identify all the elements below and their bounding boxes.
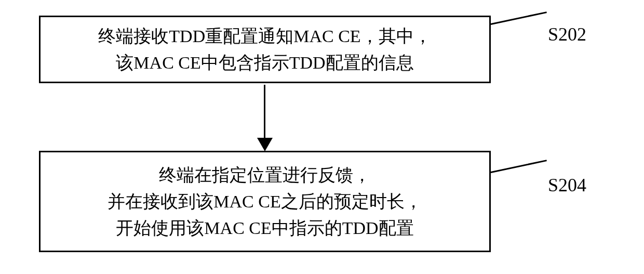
step-label-s202: S202: [548, 23, 586, 45]
step-label-s204: S204: [548, 174, 586, 196]
leader-line: [491, 160, 547, 173]
flowchart-container: 终端接收TDD重配置通知MAC CE，其中，该MAC CE中包含指示TDD配置的…: [0, 0, 644, 274]
arrow-shaft: [264, 85, 265, 142]
step-text: 终端在指定位置进行反馈，并在接收到该MAC CE之后的预定时长，开始使用该MAC…: [108, 162, 422, 241]
step-text: 终端接收TDD重配置通知MAC CE，其中，该MAC CE中包含指示TDD配置的…: [98, 23, 431, 76]
step-box-s204: 终端在指定位置进行反馈，并在接收到该MAC CE之后的预定时长，开始使用该MAC…: [39, 151, 491, 252]
arrow-head-icon: [257, 138, 273, 151]
leader-line: [491, 11, 547, 25]
step-box-s202: 终端接收TDD重配置通知MAC CE，其中，该MAC CE中包含指示TDD配置的…: [39, 16, 491, 83]
